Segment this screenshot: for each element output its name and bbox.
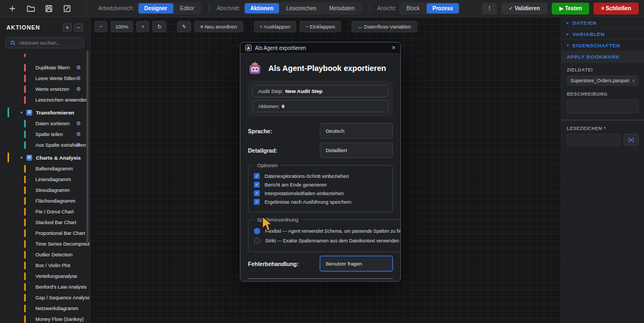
action-item[interactable]: Spalte teilen⚙ bbox=[0, 131, 90, 138]
open-button[interactable] bbox=[24, 2, 38, 15]
bookmark-label: LESEZEICHEN * bbox=[567, 126, 639, 131]
item-color-bar bbox=[24, 315, 26, 323]
checkbox-checked[interactable]: ✓ bbox=[254, 199, 260, 205]
expand-all-button[interactable]: + Ausklappen bbox=[254, 21, 296, 32]
target-file-chip[interactable]: Superstore_Orders.parquet × bbox=[567, 75, 639, 86]
expand-all-sidebar-button[interactable]: + bbox=[63, 23, 72, 32]
panel-divider bbox=[561, 120, 644, 120]
insert-variable-button[interactable]: {x} bbox=[624, 134, 639, 146]
action-item[interactable]: Leere Werte füllen⚙ bbox=[0, 75, 90, 82]
language-select[interactable]: Deutsch bbox=[320, 123, 393, 139]
action-item[interactable]: Box / Violin Plot bbox=[0, 262, 90, 269]
segment-option-editor[interactable]: Editor bbox=[174, 3, 200, 13]
summary-value: 9 bbox=[282, 103, 284, 109]
segmented-control: DesignerEditor bbox=[137, 2, 201, 15]
warning-button[interactable]: ! bbox=[482, 3, 496, 15]
gear-icon[interactable]: ⚙ bbox=[76, 132, 81, 137]
option-label: Ergebnisse nach Ausführung speichern bbox=[265, 199, 352, 205]
gear-icon[interactable]: ⚙ bbox=[76, 87, 81, 92]
checkbox-checked[interactable]: ✓ bbox=[254, 173, 260, 179]
action-item[interactable]: Verteilungsanalyse bbox=[0, 272, 90, 280]
action-item[interactable]: Balkendiagramm bbox=[0, 165, 90, 173]
item-color-bar bbox=[24, 176, 26, 183]
category-label: Charts & Analysis bbox=[36, 155, 80, 161]
action-search[interactable] bbox=[5, 37, 84, 48]
gear-icon[interactable]: ⚙ bbox=[76, 65, 81, 70]
zoom-in-button[interactable]: + bbox=[136, 21, 149, 32]
chevron-icon: ▸ bbox=[567, 20, 569, 25]
zoom-out-button[interactable]: − bbox=[94, 21, 107, 32]
panel-section-dateien[interactable]: ▸DATEIEN bbox=[561, 17, 644, 28]
action-item[interactable]: Werte ersetzen⚙ bbox=[0, 85, 90, 93]
description-input[interactable] bbox=[567, 99, 639, 113]
action-item[interactable]: Lesezeichen anwenden bbox=[0, 96, 90, 104]
zoom-level-button[interactable]: 100% bbox=[111, 21, 133, 32]
app-root: { "accent_color": "#2e6cd6", "topbar": {… bbox=[0, 0, 644, 323]
close-app-button[interactable]: × Schließen bbox=[594, 3, 639, 15]
gear-icon[interactable]: ⚙ bbox=[76, 76, 81, 81]
panel-section-variablen[interactable]: ▸VARIABLEN bbox=[561, 28, 644, 40]
option-row: ✓Interpretationsleitfaden einbeziehen bbox=[254, 190, 387, 196]
action-item[interactable]: Flächendiagramm bbox=[0, 197, 90, 205]
validate-button[interactable]: ✓ Validieren bbox=[501, 3, 547, 15]
segment-option-designer[interactable]: Designer bbox=[138, 3, 173, 13]
action-item-label: Gap / Sequence Analysis bbox=[35, 295, 90, 300]
action-item[interactable]: Daten sortieren⚙ bbox=[0, 120, 90, 127]
detail-label: Detailgrad: bbox=[248, 147, 277, 154]
action-item[interactable]: Benford's Law Analysis bbox=[0, 283, 90, 291]
rearrange-button[interactable]: ≡ Neu anordnen bbox=[194, 21, 243, 32]
detail-select[interactable]: Detailliert bbox=[320, 142, 393, 158]
save-button[interactable] bbox=[42, 2, 56, 15]
segment-option-metadaten[interactable]: Metadaten bbox=[323, 3, 360, 13]
segment-option-aktionen[interactable]: Aktionen bbox=[245, 3, 280, 13]
panel-section-eigenschaften[interactable]: ▾EIGENSCHAFTEN bbox=[561, 40, 644, 51]
action-item[interactable]: Duplikate filtern⚙ bbox=[0, 64, 90, 71]
gear-icon[interactable]: ⚙ bbox=[76, 142, 81, 148]
test-button[interactable]: ▶ Testen bbox=[552, 3, 589, 15]
segment-option-prozess[interactable]: Prozess bbox=[427, 3, 459, 13]
save-as-button[interactable] bbox=[60, 2, 74, 15]
action-item-label: Werte ersetzen bbox=[35, 87, 69, 92]
dataflow-variables-button[interactable]: ↔ Datenfluss-Variablen bbox=[352, 21, 417, 32]
option-row: ✓Datenexplorations-Schritt einbeziehen bbox=[254, 173, 387, 179]
edit-mode-button[interactable]: ✎ bbox=[177, 21, 191, 32]
action-item[interactable]: Pie / Donut Chart bbox=[0, 208, 90, 216]
dialog-body: Als Agent-Playbook exportieren Audit Ste… bbox=[240, 54, 400, 282]
mapping-option-row: Strikt — Exakte Spaltennamen aus dem Dat… bbox=[254, 238, 401, 244]
action-item[interactable]: Time Series Decomposition bbox=[0, 240, 90, 248]
collapse-all-sidebar-button[interactable]: − bbox=[74, 23, 83, 32]
sidebar-category-transformieren[interactable]: ▾Transformieren bbox=[0, 108, 90, 117]
action-item[interactable]: Money Flow (Sankey) bbox=[0, 315, 90, 323]
collapse-all-button[interactable]: − Einklappen bbox=[299, 21, 341, 32]
apply-bookmark-header[interactable]: APPLY BOOKMARK bbox=[561, 51, 644, 63]
action-item[interactable]: Netzwerkdiagramm bbox=[0, 305, 90, 312]
radio-selected[interactable] bbox=[254, 228, 260, 234]
action-item[interactable]: Gap / Sequence Analysis bbox=[0, 294, 90, 302]
action-item[interactable]: Aus Spalte extrahieren⚙ bbox=[0, 141, 90, 149]
action-item[interactable]: Proportional Bar Chart bbox=[0, 229, 90, 237]
column-mapping-legend: Spaltenzuordnung bbox=[255, 217, 301, 222]
segment-option-lesezeichen[interactable]: Lesezeichen bbox=[280, 3, 322, 13]
zoom-reset-button[interactable]: ↻ bbox=[152, 21, 166, 32]
toolbar-divider bbox=[209, 4, 209, 13]
sidebar-category-charts-analysis[interactable]: ▾Charts & Analysis bbox=[0, 153, 90, 162]
list-item-partial[interactable] bbox=[0, 54, 90, 57]
bookmark-input[interactable] bbox=[567, 134, 620, 146]
action-item[interactable]: Stacked Bar Chart bbox=[0, 219, 90, 226]
error-handling-select[interactable]: Benutzer fragen bbox=[320, 256, 393, 271]
summary-row: Audit Step:New Audit Step bbox=[252, 85, 389, 97]
action-search-input[interactable] bbox=[19, 40, 78, 46]
action-item[interactable]: Streudiagramm bbox=[0, 186, 90, 194]
action-item[interactable]: Outlier Detection bbox=[0, 251, 90, 259]
checkbox-checked[interactable]: ✓ bbox=[254, 190, 260, 196]
mapping-option-row: Flexibel — Agent verwendet Schema, um pa… bbox=[254, 228, 401, 234]
remove-file-icon[interactable]: × bbox=[632, 78, 635, 83]
new-button[interactable] bbox=[5, 2, 19, 15]
radio-unselected[interactable] bbox=[254, 238, 260, 244]
dialog-close-icon[interactable]: × bbox=[392, 45, 396, 51]
gear-icon[interactable]: ⚙ bbox=[76, 121, 81, 126]
segment-option-block[interactable]: Block bbox=[400, 3, 425, 13]
action-item[interactable]: Liniendiagramm bbox=[0, 176, 90, 183]
sidebar-scrollbar[interactable] bbox=[86, 51, 89, 244]
checkbox-checked[interactable]: ✓ bbox=[254, 182, 260, 188]
